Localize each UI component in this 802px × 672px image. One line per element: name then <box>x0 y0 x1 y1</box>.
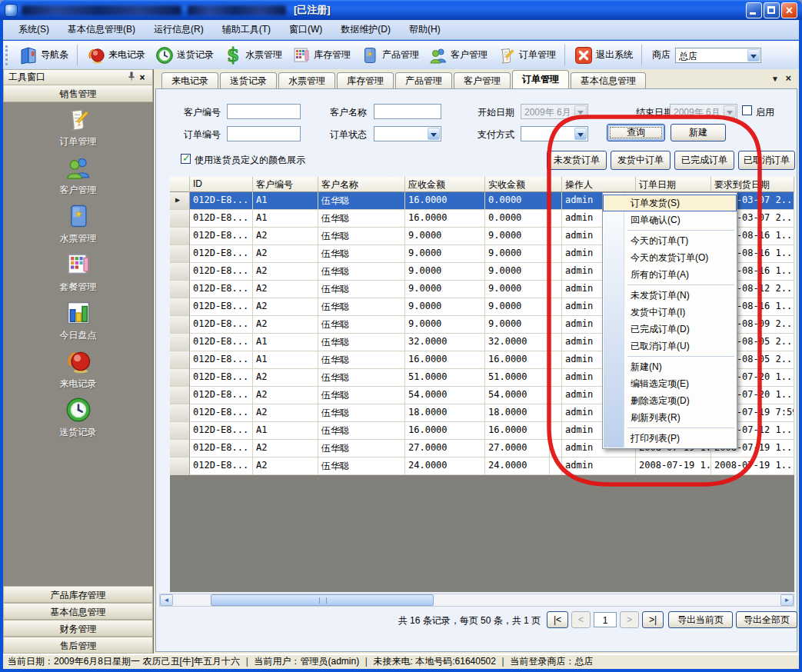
table-cell[interactable]: A2 <box>253 263 318 281</box>
sidebar-item[interactable]: 送货记录 <box>3 396 153 444</box>
maximize-button[interactable] <box>764 2 780 18</box>
table-cell[interactable]: 012D-E8... <box>190 369 253 387</box>
context-menu-item[interactable]: 今天的订单(T) <box>603 232 737 249</box>
table-cell[interactable]: A1 <box>253 210 318 228</box>
table-cell[interactable]: 伍华聪 <box>318 387 405 404</box>
tab-item[interactable]: 水票管理 <box>278 72 335 88</box>
row-selector-cell[interactable] <box>170 440 190 457</box>
last-page-button[interactable]: >| <box>642 611 664 628</box>
table-cell[interactable]: 伍华聪 <box>318 334 405 351</box>
toolbar-button[interactable]: 退出系统 <box>569 44 637 67</box>
column-header[interactable]: 实收金额 <box>485 177 550 192</box>
row-selector-cell[interactable] <box>170 298 190 316</box>
table-cell[interactable]: admin <box>562 457 636 475</box>
context-menu-item[interactable]: 编辑选定项(E) <box>603 375 737 392</box>
menubar-item[interactable]: 辅助工具(T) <box>213 20 280 39</box>
row-selector-cell[interactable] <box>170 351 190 369</box>
table-cell[interactable]: 0.0000 <box>485 210 550 228</box>
row-selector-cell[interactable] <box>170 210 190 228</box>
context-menu-item[interactable]: 打印列表(P) <box>603 430 737 447</box>
table-cell[interactable]: 16.0000 <box>405 210 485 228</box>
chevron-down-icon[interactable] <box>574 105 587 118</box>
table-cell[interactable]: 012D-E8... <box>190 263 253 281</box>
table-cell[interactable]: A2 <box>253 298 318 316</box>
table-cell[interactable] <box>550 210 562 228</box>
table-cell[interactable]: 9.0000 <box>405 263 485 281</box>
context-menu-item[interactable]: 订单发货(S) <box>603 195 737 211</box>
table-cell[interactable]: 012D-E8... <box>190 422 253 440</box>
table-cell[interactable]: 24.0000 <box>405 457 485 475</box>
table-cell[interactable] <box>550 281 562 298</box>
table-cell[interactable]: A2 <box>253 245 318 263</box>
table-cell[interactable]: 18.0000 <box>485 404 550 422</box>
table-cell[interactable] <box>550 422 562 440</box>
sidebar-item[interactable]: 订单管理 <box>3 105 153 154</box>
table-cell[interactable]: 24.0000 <box>485 457 550 475</box>
sidebar-item[interactable]: 来电记录 <box>3 348 153 396</box>
table-cell[interactable]: 012D-E8... <box>190 440 253 457</box>
row-selector-cell[interactable] <box>170 263 190 281</box>
toolbar-button[interactable]: 客户管理 <box>424 44 492 67</box>
table-cell[interactable] <box>550 316 562 334</box>
table-cell[interactable]: A2 <box>253 457 318 475</box>
row-selector-cell[interactable] <box>170 192 190 210</box>
scroll-left-icon[interactable] <box>160 594 173 606</box>
table-cell[interactable]: A1 <box>253 422 318 440</box>
toolbar-button[interactable]: $水票管理 <box>218 44 287 67</box>
table-cell[interactable]: 18.0000 <box>405 404 485 422</box>
context-menu-item[interactable]: 删除选定项(D) <box>603 392 737 409</box>
next-page-button[interactable]: > <box>620 611 639 628</box>
menubar-item[interactable]: 基本信息管理(B) <box>58 20 145 39</box>
context-menu-item[interactable]: 今天的发货订单(O) <box>603 249 737 266</box>
table-cell[interactable]: 9.0000 <box>485 263 550 281</box>
tab-active[interactable]: 订单管理 <box>512 70 569 88</box>
column-header[interactable]: 操作人 <box>562 177 636 192</box>
table-cell[interactable]: 012D-E8... <box>190 387 253 404</box>
table-cell[interactable]: 012D-E8... <box>190 228 253 245</box>
query-button[interactable]: 查询 <box>607 124 665 141</box>
start-date-picker[interactable]: 2009年 6月 8日 <box>521 104 588 119</box>
column-header[interactable] <box>550 177 562 192</box>
table-cell[interactable]: 51.0000 <box>485 369 550 387</box>
enable-date-checkbox[interactable] <box>742 105 752 115</box>
sidebar-item[interactable]: 水票管理 <box>3 202 153 251</box>
table-cell[interactable]: 9.0000 <box>485 281 550 298</box>
table-cell[interactable] <box>550 263 562 281</box>
table-cell[interactable]: 伍华聪 <box>318 422 405 440</box>
toolbar-button[interactable]: 订单管理 <box>492 44 561 67</box>
column-header[interactable]: 要求到货日期 <box>711 177 794 192</box>
column-header[interactable]: 客户编号 <box>253 177 318 192</box>
courier-color-checkbox[interactable] <box>181 154 191 164</box>
table-cell[interactable]: 54.0000 <box>405 387 485 404</box>
tab-close-icon[interactable]: × <box>785 72 791 84</box>
context-menu-item[interactable]: 所有的订单(A) <box>603 266 737 283</box>
first-page-button[interactable]: |< <box>547 611 568 628</box>
order-no-input[interactable] <box>227 126 301 141</box>
context-menu-item[interactable]: 已完成订单(D) <box>603 321 737 338</box>
table-cell[interactable]: 伍华聪 <box>318 192 405 210</box>
context-menu-item[interactable]: 已取消订单(U) <box>603 338 737 354</box>
toolbar-button[interactable]: 产品管理 <box>355 44 424 67</box>
new-button[interactable]: 新建 <box>671 124 726 141</box>
prev-page-button[interactable]: < <box>571 611 591 628</box>
horizontal-scrollbar[interactable] <box>159 594 794 607</box>
row-selector-cell[interactable] <box>170 245 190 263</box>
table-cell[interactable] <box>550 298 562 316</box>
table-cell[interactable]: 16.0000 <box>405 351 485 369</box>
minimize-button[interactable] <box>746 2 762 18</box>
table-cell[interactable]: 伍华聪 <box>318 316 405 334</box>
table-cell[interactable]: A2 <box>253 404 318 422</box>
table-cell[interactable]: 2008-07-19 1... <box>636 457 711 475</box>
table-cell[interactable]: 9.0000 <box>405 298 485 316</box>
table-cell[interactable]: 012D-E8... <box>190 404 253 422</box>
context-menu-item[interactable]: 发货中订单(I) <box>603 304 737 321</box>
table-cell[interactable]: A1 <box>253 334 318 351</box>
sidebar-group-bar[interactable]: 产品库存管理 <box>3 586 153 603</box>
tab-list-chevron-icon[interactable]: ▼ <box>771 75 779 83</box>
tab-item[interactable]: 来电记录 <box>161 72 218 88</box>
shop-combobox[interactable]: 总店 <box>675 48 761 63</box>
sidebar-item[interactable]: 今日盘点 <box>3 299 153 348</box>
table-cell[interactable]: 16.0000 <box>485 422 550 440</box>
table-cell[interactable]: A2 <box>253 281 318 298</box>
tab-item[interactable]: 送货记录 <box>220 72 277 88</box>
